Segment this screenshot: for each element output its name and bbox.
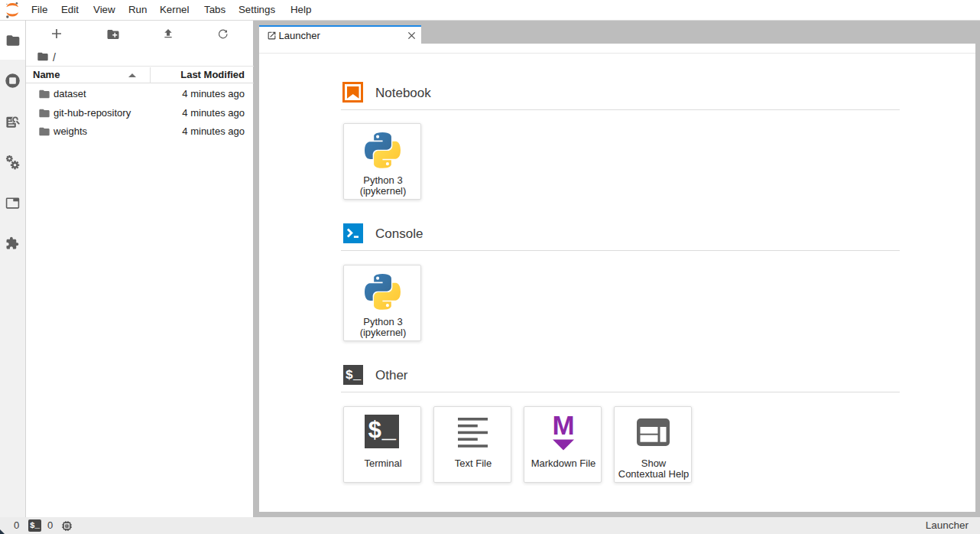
svg-text:M: M [552,415,574,440]
